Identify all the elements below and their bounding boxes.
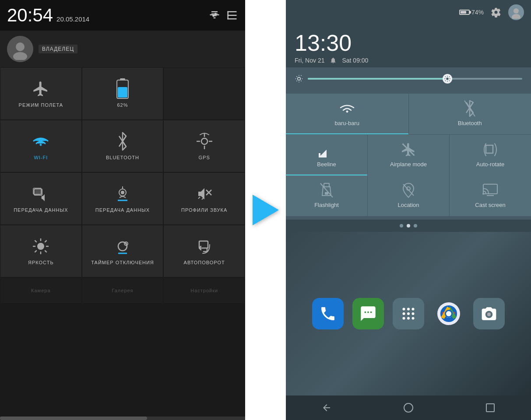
svg-point-58 — [412, 308, 415, 311]
svg-point-63 — [407, 317, 410, 320]
beeline-icon — [319, 142, 334, 158]
tile-gps[interactable]: GPS — [163, 120, 245, 172]
brightness-icon — [31, 237, 50, 256]
svg-point-57 — [407, 308, 410, 311]
nav-back-button[interactable] — [317, 398, 336, 417]
battery-tile-icon — [113, 79, 132, 98]
toggle-auto-rotate-label: Auto-rotate — [476, 161, 504, 168]
bluetooth-toggle-icon — [462, 101, 478, 116]
data-transfer-1-icon — [31, 184, 50, 203]
left-time-block: 20:54 20.05.2014 — [7, 5, 89, 26]
user-name-badge: ВЛАДЕЛЕЦ — [39, 45, 77, 53]
tile-label-flight-mode: РЕЖИМ ПОЛЕТА — [19, 102, 63, 108]
brightness-sun-icon — [444, 75, 451, 82]
tile-label-auto-rotate: АВТОПОВОРОТ — [184, 259, 225, 266]
app-icon-launcher[interactable] — [393, 298, 424, 329]
toggle-location-label: Location — [397, 202, 419, 208]
toggle-cast-label: Cast screen — [475, 202, 505, 208]
bottom-scrollbar[interactable] — [0, 416, 245, 420]
svg-point-61 — [412, 312, 415, 315]
svg-point-42 — [513, 8, 519, 14]
faded-label-settings: Настройки — [190, 287, 218, 294]
toggle-flashlight[interactable]: Flashlight — [286, 175, 367, 216]
tile-bluetooth[interactable]: BLUETOOTH — [82, 120, 164, 172]
gps-icon — [195, 132, 214, 151]
profile-avatar[interactable] — [508, 4, 524, 20]
left-status-icons — [208, 9, 238, 21]
svg-rect-5 — [228, 15, 237, 16]
tile-wifi[interactable]: WI-FI — [0, 120, 82, 172]
app-icon-messages[interactable] — [352, 298, 384, 329]
svg-line-52 — [403, 184, 414, 196]
app-icon-chrome[interactable] — [433, 298, 464, 329]
svg-point-43 — [512, 14, 520, 19]
svg-point-2 — [215, 13, 217, 15]
tile-auto-rotate[interactable]: АВТОПОВОРОТ — [163, 225, 245, 277]
nav-recents-button[interactable] — [481, 398, 500, 417]
toggle-airplane-label: Airplane mode — [390, 161, 427, 168]
flight-mode-icon — [31, 79, 50, 98]
nav-bar — [286, 396, 531, 420]
brightness-row — [286, 67, 531, 90]
toggle-bluetooth[interactable]: Bluetooth — [409, 94, 531, 134]
airplane-toggle-icon — [401, 142, 416, 158]
tile-data1[interactable]: ПЕРЕДАЧА ДАННЫХ — [0, 172, 82, 225]
toggle-cast-screen[interactable]: Cast screen — [450, 175, 531, 216]
battery-icon — [116, 78, 129, 99]
svg-rect-7 — [228, 11, 229, 20]
toggle-wifi[interactable]: baru-baru — [286, 94, 408, 134]
tile-label-battery: 62% — [117, 102, 128, 108]
tile-label-sleep-timer: ТАЙМЕР ОТКЛЮЧЕНИЯ — [91, 259, 154, 266]
user-avatar — [7, 36, 33, 62]
data-transfer-2-icon — [113, 184, 132, 203]
right-time-block: 13:30 Fri, Nov 21 Sat 09:00 — [286, 24, 531, 67]
svg-rect-48 — [324, 183, 329, 187]
svg-point-14 — [201, 138, 207, 144]
tile-flight-mode[interactable]: РЕЖИМ ПОЛЕТА — [0, 67, 82, 120]
right-time: 13:30 — [295, 32, 522, 54]
faded-tiles: Камера Галерея Настройки — [0, 277, 245, 304]
back-icon — [321, 402, 332, 413]
battery-icon — [459, 10, 470, 15]
tile-sound[interactable]: ПРОФИЛИ ЗВУКА — [163, 172, 245, 225]
app-icon-phone[interactable] — [312, 298, 344, 329]
tile-data2[interactable]: ПЕРЕДАЧА ДАННЫХ — [82, 172, 164, 225]
arrow-section — [245, 0, 286, 420]
menu-icon — [226, 9, 238, 21]
tile-sleep-timer[interactable]: ТАЙМЕР ОТКЛЮЧЕНИЯ — [82, 225, 164, 277]
dot-3 — [414, 224, 417, 228]
toggle-beeline[interactable]: Beeline — [286, 135, 367, 175]
arrow-right-icon — [253, 195, 279, 225]
svg-line-36 — [35, 250, 37, 252]
left-panel: 20:54 20.05.2014 — [0, 0, 245, 420]
avatar-icon — [9, 38, 31, 60]
tile-label-data1: ПЕРЕДАЧА ДАННЫХ — [14, 207, 68, 213]
svg-point-56 — [403, 308, 405, 311]
svg-rect-13 — [118, 87, 127, 98]
tile-brightness[interactable]: ЯРКОСТЬ — [0, 225, 82, 277]
battery-indicator: 74% — [459, 9, 484, 16]
tiles-grid: РЕЖИМ ПОЛЕТА 62% — [0, 67, 245, 277]
toggle-bluetooth-label: Bluetooth — [458, 120, 482, 126]
brightness-low-icon — [295, 74, 303, 83]
home-icon — [403, 402, 414, 413]
brightness-slider[interactable] — [308, 78, 522, 80]
svg-rect-49 — [325, 192, 328, 195]
toggle-auto-rotate[interactable]: Auto-rotate — [450, 135, 531, 175]
right-panel: 74% 13:30 Fri, Nov 21 Sat 09:00 — [286, 0, 531, 420]
auto-rotate-icon — [195, 237, 214, 256]
toggle-location[interactable]: Location — [368, 175, 449, 216]
right-date: Fri, Nov 21 — [295, 57, 324, 64]
app-icon-camera[interactable] — [473, 298, 505, 329]
left-status-bar: 20:54 20.05.2014 — [0, 0, 245, 31]
toggle-airplane[interactable]: Airplane mode — [368, 135, 449, 175]
nav-home-button[interactable] — [399, 398, 418, 417]
location-toggle-icon — [401, 182, 416, 198]
left-time: 20:54 — [7, 5, 53, 26]
svg-rect-72 — [486, 404, 494, 412]
svg-point-9 — [16, 42, 25, 51]
tile-battery[interactable]: 62% — [82, 67, 164, 120]
settings-gear-icon[interactable] — [491, 7, 501, 18]
user-row[interactable]: ВЛАДЕЛЕЦ — [0, 31, 245, 67]
svg-point-39 — [125, 243, 127, 245]
